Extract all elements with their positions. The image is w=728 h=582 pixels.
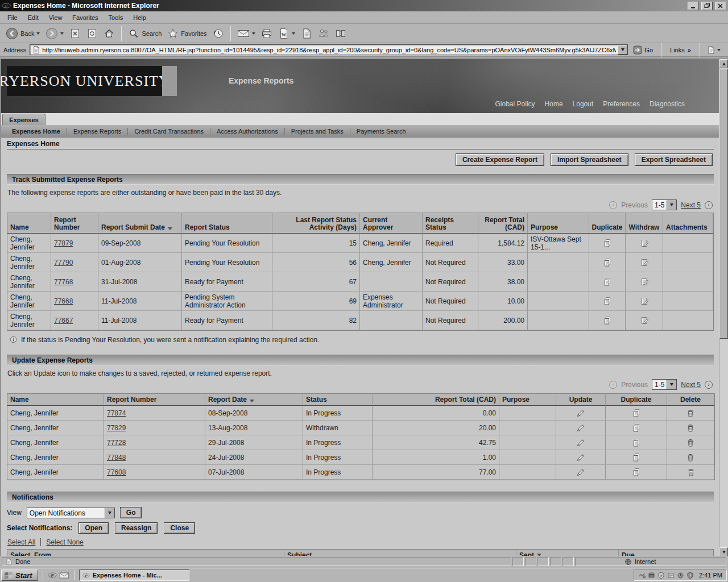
open-notification-button[interactable]: Open <box>78 522 109 534</box>
select-none-link[interactable]: Select None <box>40 538 83 546</box>
links-menu[interactable]: Links <box>668 47 693 53</box>
col-activity-days[interactable]: Last Report Status Activity (Days) <box>272 213 360 234</box>
track-range-select[interactable]: 1-5 <box>652 199 677 210</box>
col-report-number[interactable]: Report Number <box>104 394 205 406</box>
tray-icon-1[interactable] <box>638 572 646 579</box>
search-button[interactable]: Search <box>126 27 164 40</box>
minimize-button[interactable] <box>688 2 699 10</box>
report-number-link[interactable]: 77848 <box>107 454 126 462</box>
select-all-link[interactable]: Select All <box>7 538 35 546</box>
window-titlebar[interactable]: Expenses Home - Microsoft Internet Explo… <box>0 0 728 11</box>
view-select[interactable]: Open Notifications <box>27 508 115 518</box>
go-button[interactable]: Go <box>631 45 655 55</box>
menu-file[interactable]: File <box>2 12 23 23</box>
col-name[interactable]: Name <box>7 213 51 234</box>
report-number-link[interactable]: 77728 <box>107 439 126 447</box>
withdraw-icon[interactable] <box>640 258 649 267</box>
quicklaunch-mail-icon[interactable] <box>59 572 69 579</box>
logout-link[interactable]: Logout <box>573 100 594 108</box>
forward-button[interactable] <box>43 26 66 41</box>
nav-expense-reports[interactable]: Expense Reports <box>67 128 127 135</box>
stop-button[interactable] <box>67 27 83 40</box>
next-page-icon[interactable] <box>705 201 713 209</box>
history-button[interactable] <box>210 27 226 40</box>
delete-trash-icon[interactable] <box>686 438 695 447</box>
tray-icon-5[interactable] <box>677 572 684 579</box>
update-pencil-icon[interactable] <box>576 438 585 447</box>
update-pencil-icon[interactable] <box>576 409 585 418</box>
col-report-submit-date[interactable]: Report Submit Date <box>98 213 182 234</box>
duplicate-icon[interactable] <box>632 438 641 447</box>
delete-trash-icon[interactable] <box>686 423 695 433</box>
scrollbar-thumb[interactable] <box>719 69 728 339</box>
report-number-link[interactable]: 77874 <box>107 409 126 417</box>
close-notification-button[interactable]: Close <box>164 522 195 534</box>
quicklaunch-ie-icon[interactable] <box>48 571 57 580</box>
duplicate-icon[interactable] <box>603 239 612 248</box>
page-options-button[interactable] <box>706 45 721 55</box>
col-report-number[interactable]: Report Number <box>51 213 98 234</box>
col-report-total[interactable]: Report Total (CAD) <box>478 213 528 234</box>
menu-tools[interactable]: Tools <box>104 12 129 23</box>
global-policy-link[interactable]: Global Policy <box>495 100 535 108</box>
tab-expenses[interactable]: Expenses <box>2 114 46 125</box>
next-page-icon[interactable] <box>705 381 713 389</box>
col-name[interactable]: Name <box>7 394 104 406</box>
col-report-date[interactable]: Report Date <box>205 394 303 406</box>
next-page-link[interactable]: Next 5 <box>681 201 701 209</box>
col-purpose[interactable]: Purpose <box>528 213 589 234</box>
back-button[interactable]: Back <box>3 26 42 41</box>
report-number-link[interactable]: 77829 <box>107 424 126 432</box>
favorites-button[interactable]: Favorites <box>165 27 209 40</box>
print-button[interactable] <box>259 27 275 40</box>
tray-icon-6[interactable] <box>686 572 694 579</box>
report-number-link[interactable]: 77667 <box>54 317 73 325</box>
messenger-button[interactable] <box>316 27 332 40</box>
nav-credit-card-transactions[interactable]: Credit Card Transactions <box>127 128 210 135</box>
col-report-total[interactable]: Report Total (CAD) <box>373 394 499 406</box>
duplicate-icon[interactable] <box>632 409 641 418</box>
home-button[interactable] <box>101 27 117 40</box>
report-number-link[interactable]: 77879 <box>54 239 73 247</box>
nav-expenses-home[interactable]: Expenses Home <box>6 128 67 135</box>
next-page-link[interactable]: Next 5 <box>681 381 701 389</box>
diagnostics-link[interactable]: Diagnostics <box>650 100 685 108</box>
report-number-link[interactable]: 77790 <box>54 259 73 267</box>
tray-icon-2[interactable] <box>648 572 655 579</box>
menu-view[interactable]: View <box>44 12 68 23</box>
col-status[interactable]: Status <box>303 394 373 406</box>
col-receipts-status[interactable]: Receipts Status <box>423 213 478 234</box>
export-spreadsheet-button[interactable]: Export Spreadsheet <box>635 153 713 166</box>
menu-favorites[interactable]: Favorites <box>67 12 103 23</box>
address-dropdown-button[interactable] <box>618 45 627 55</box>
duplicate-icon[interactable] <box>603 297 612 306</box>
duplicate-icon[interactable] <box>632 453 641 462</box>
delete-trash-icon[interactable] <box>686 468 696 477</box>
update-range-select[interactable]: 1-5 <box>652 379 677 390</box>
menu-edit[interactable]: Edit <box>23 12 44 23</box>
duplicate-icon[interactable] <box>603 277 612 286</box>
withdraw-icon[interactable] <box>640 316 649 325</box>
restore-button[interactable] <box>701 2 713 10</box>
close-button[interactable] <box>715 2 726 10</box>
report-number-link[interactable]: 77608 <box>107 468 126 476</box>
address-input[interactable]: http://finuweb.admin.ryerson.ca:8007/OA_… <box>30 44 628 55</box>
withdraw-icon[interactable] <box>640 239 649 248</box>
duplicate-icon[interactable] <box>603 316 612 325</box>
edit-with-word-button[interactable]: W <box>276 27 297 40</box>
task-button-expenses-home[interactable]: Expenses Home - Mic... <box>79 569 189 581</box>
col-report-status[interactable]: Report Status <box>182 213 272 234</box>
preferences-link[interactable]: Preferences <box>603 100 640 108</box>
update-pencil-icon[interactable] <box>576 423 585 433</box>
col-current-approver[interactable]: Current Approver <box>360 213 423 234</box>
nav-projects-and-tasks[interactable]: Projects and Tasks <box>284 128 350 135</box>
duplicate-icon[interactable] <box>603 258 612 267</box>
scroll-down-button[interactable] <box>719 547 728 556</box>
menu-help[interactable]: Help <box>128 12 151 23</box>
tray-icon-3[interactable] <box>657 572 665 579</box>
duplicate-icon[interactable] <box>632 423 641 433</box>
nav-access-authorizations[interactable]: Access Authorizations <box>210 128 284 135</box>
scroll-up-button[interactable] <box>719 59 728 68</box>
notifications-go-button[interactable]: Go <box>120 507 142 518</box>
duplicate-icon[interactable] <box>632 468 641 477</box>
